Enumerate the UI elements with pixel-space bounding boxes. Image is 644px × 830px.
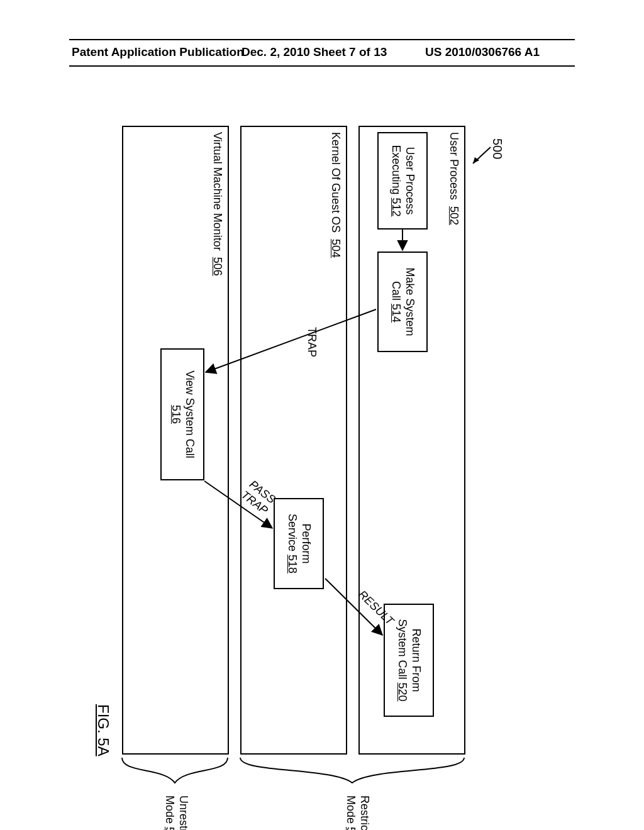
figure-label: FIG. 5A: [94, 704, 112, 756]
header-rule-bottom: [69, 65, 575, 67]
bracket-restricted: [238, 755, 467, 792]
arrows-svg: [101, 126, 478, 767]
header-pub-number: US 2010/0306766 A1: [425, 45, 540, 59]
arrow-label-trap: TRAP: [305, 327, 318, 357]
svg-line-1: [206, 309, 376, 372]
header-date-sheet: Dec. 2, 2010 Sheet 7 of 13: [242, 45, 387, 59]
label-restricted-mode: Restricted Mode 508: [344, 795, 371, 830]
figure-ref-500: 500: [490, 138, 504, 159]
header-publication: Patent Application Publication: [72, 45, 244, 59]
label-unrestricted-mode: Unrestricted Mode 510: [163, 795, 190, 830]
header-rule-top: [69, 39, 575, 40]
figure-ref-leader: [467, 140, 492, 171]
bracket-unrestricted: [119, 755, 230, 792]
